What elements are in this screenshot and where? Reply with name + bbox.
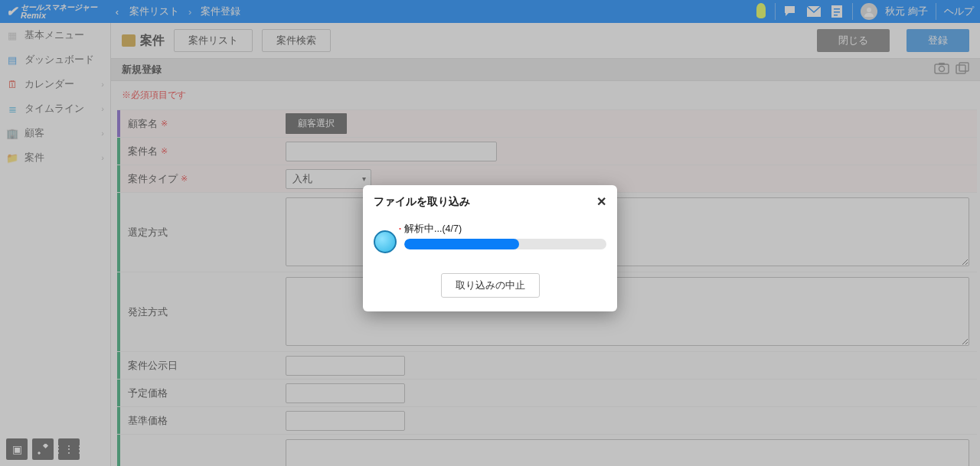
- close-icon[interactable]: ✕: [596, 194, 606, 209]
- modal-header: ファイルを取り込み ✕: [363, 185, 617, 218]
- import-modal: ファイルを取り込み ✕ 解析中...(4/7) 取り込みの中止: [363, 185, 617, 311]
- progress-bar: [404, 239, 606, 249]
- robot-icon: [374, 230, 397, 253]
- modal-title: ファイルを取り込み: [374, 195, 470, 209]
- progress-status: 解析中...(4/7): [404, 223, 606, 236]
- progress-fill: [404, 239, 519, 249]
- cancel-import-button[interactable]: 取り込みの中止: [441, 273, 540, 298]
